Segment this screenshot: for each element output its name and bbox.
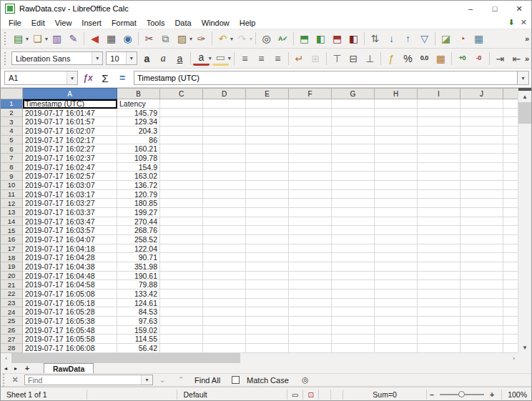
cell-empty[interactable] [503,317,519,326]
cell-a10[interactable]: 2019-07-17 16:03:07 [23,181,117,190]
insert-pivot-table-icon[interactable]: ▦ [471,31,487,47]
cell-empty[interactable] [246,199,289,208]
cell-a5[interactable]: 2019-07-17 16:02:17 [23,136,117,145]
cell-empty[interactable] [418,307,460,317]
zoom-slider-thumb[interactable] [458,391,465,397]
cell-empty[interactable] [246,326,289,335]
cell-empty[interactable] [203,163,246,172]
cell-empty[interactable] [375,280,418,289]
cell-empty[interactable] [460,344,503,353]
cell-empty[interactable] [503,253,519,262]
find-and-replace-icon[interactable]: ◎ [293,375,317,385]
cell-b4[interactable]: 204.3 [117,127,160,136]
cell-empty[interactable] [203,109,246,118]
cell-empty[interactable] [160,208,203,217]
cell-empty[interactable] [289,226,332,235]
cell-empty[interactable] [375,344,418,353]
cell-empty[interactable] [160,181,203,190]
row-header-21[interactable]: 21 [1,280,23,289]
cell-b12[interactable]: 180.85 [117,199,160,208]
cell-empty[interactable] [246,244,289,254]
cell-empty[interactable] [375,272,418,281]
cell-empty[interactable] [203,226,246,235]
cell-empty[interactable] [289,253,332,262]
cell-empty[interactable] [503,326,519,335]
cell-empty[interactable] [160,226,203,235]
scroll-left-icon[interactable]: ‹ [1,353,11,363]
minimize-button[interactable]: – [458,1,483,16]
zoom-level[interactable]: 100% [501,390,530,400]
cell-empty[interactable] [418,344,460,353]
match-case-checkbox[interactable] [232,376,240,384]
cell-empty[interactable] [203,117,246,127]
cell-empty[interactable] [418,109,460,118]
row-header-11[interactable]: 11 [1,190,23,199]
cell-empty[interactable] [418,299,460,308]
cell-empty[interactable] [503,208,519,217]
horizontal-scrollbar[interactable]: ‹ › [1,353,519,363]
cell-empty[interactable] [289,172,332,181]
zoom-in-button[interactable]: + [487,390,497,399]
cell-empty[interactable] [289,117,332,127]
cell-empty[interactable] [246,344,289,353]
cell-empty[interactable] [160,190,203,199]
page-style[interactable]: Default [177,390,287,400]
cell-empty[interactable] [203,262,246,272]
selection-mode-icon[interactable]: ▭ [287,390,303,400]
cell-empty[interactable] [332,172,375,181]
wrap-text-icon[interactable]: ↵ [291,50,307,66]
cell-empty[interactable] [460,280,503,289]
menu-format[interactable]: Format [107,18,142,28]
row-header-23[interactable]: 23 [1,299,23,308]
cell-empty[interactable] [332,199,375,208]
toolbar-grip[interactable] [3,374,6,387]
cell-empty[interactable] [246,208,289,217]
save-as-icon[interactable]: ✎ [65,31,82,47]
cell-empty[interactable] [503,127,519,136]
cell-empty[interactable] [203,199,246,208]
cell-empty[interactable] [460,335,503,344]
cell-empty[interactable] [246,109,289,118]
cell-empty[interactable] [203,253,246,262]
cell-a18[interactable]: 2019-07-17 16:04:28 [23,253,117,262]
next-sheet-icon[interactable]: ▸ [11,365,21,373]
cell-empty[interactable] [503,280,519,289]
cell-b20[interactable]: 190.61 [117,272,160,281]
maximize-button[interactable]: □ [483,1,507,16]
cell-empty[interactable] [375,136,418,145]
cell-empty[interactable] [332,154,375,163]
row-header-18[interactable]: 18 [1,253,23,262]
cell-empty[interactable] [375,181,418,190]
cell-empty[interactable] [418,208,460,217]
close-button[interactable]: ✕ [507,1,531,16]
align-left-icon[interactable]: ≡ [237,50,253,66]
cell-empty[interactable] [418,190,460,199]
cell-empty[interactable] [375,163,418,172]
cell-empty[interactable] [332,289,375,299]
expand-formula-bar-icon[interactable]: ▾ [518,71,529,85]
cell-empty[interactable] [418,136,460,145]
cell-empty[interactable] [503,109,519,118]
cell-empty[interactable] [332,307,375,317]
row-header-14[interactable]: 14 [1,217,23,227]
cell-empty[interactable] [460,299,503,308]
insert-row-above-icon[interactable]: ⬒ [296,31,312,47]
font-name-select[interactable]: Liberation Sans ▾ [11,51,103,65]
cell-empty[interactable] [203,289,246,299]
add-sheet-icon[interactable]: + [21,364,34,373]
zoom-out-button[interactable]: – [427,390,437,399]
row-header-20[interactable]: 20 [1,272,23,281]
cell-empty[interactable] [332,163,375,172]
cell-empty[interactable] [418,154,460,163]
cell-empty[interactable] [418,235,460,244]
column-header-j[interactable]: J [460,88,503,99]
cell-empty[interactable] [503,99,519,109]
cell-empty[interactable] [160,163,203,172]
find-next-icon[interactable]: ⌄ [153,375,172,385]
sheet-info[interactable]: Sheet 1 of 1 [1,390,87,400]
row-header-3[interactable]: 3 [1,117,23,127]
cell-empty[interactable] [203,217,246,227]
cell-empty[interactable] [460,144,503,154]
scroll-up-icon[interactable]: ▲ [518,91,531,102]
cell-empty[interactable] [289,272,332,281]
